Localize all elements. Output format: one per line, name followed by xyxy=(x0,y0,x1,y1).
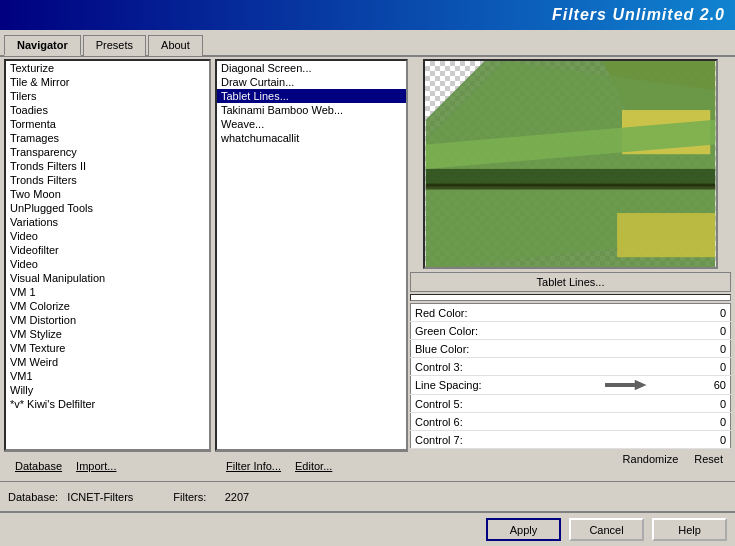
param-row-red: Red Color: 0 xyxy=(411,304,731,322)
sub-item-whatchumacallit[interactable]: whatchumacallit xyxy=(217,131,406,145)
filter-item-unplugged[interactable]: UnPlugged Tools xyxy=(6,201,209,215)
sub-item-diagonal-screen[interactable]: Diagonal Screen... xyxy=(217,61,406,75)
help-button[interactable]: Help xyxy=(652,518,727,541)
sub-item-weave[interactable]: Weave... xyxy=(217,117,406,131)
filter-item-tile-mirror[interactable]: Tile & Mirror xyxy=(6,75,209,89)
filter-item-two-moon[interactable]: Two Moon xyxy=(6,187,209,201)
param-slider-control7[interactable] xyxy=(556,431,696,449)
tab-about[interactable]: About xyxy=(148,35,203,56)
filter-item-kiwis[interactable]: *v* Kiwi's Delfilter xyxy=(6,397,209,411)
filter-list[interactable]: Texturize Tile & Mirror Tilers Toadies T… xyxy=(6,61,209,449)
param-row-line-spacing: Line Spacing: 60 xyxy=(411,376,731,395)
filter-item-tormenta[interactable]: Tormenta xyxy=(6,117,209,131)
filter-item-visual-manip[interactable]: Visual Manipulation xyxy=(6,271,209,285)
param-label-control3: Control 3: xyxy=(411,358,556,376)
param-slider-red[interactable] xyxy=(556,304,696,322)
svg-rect-4 xyxy=(617,213,715,257)
filter-item-vm-distortion[interactable]: VM Distortion xyxy=(6,313,209,327)
param-value-green: 0 xyxy=(696,322,731,340)
cancel-button[interactable]: Cancel xyxy=(569,518,644,541)
button-bar: Apply Cancel Help xyxy=(0,511,735,546)
database-button[interactable]: Database xyxy=(8,457,69,475)
status-filters: Filters: 2207 xyxy=(173,491,249,503)
filter-item-vm-weird[interactable]: VM Weird xyxy=(6,355,209,369)
sub-item-draw-curtain[interactable]: Draw Curtain... xyxy=(217,75,406,89)
filter-item-vm1[interactable]: VM 1 xyxy=(6,285,209,299)
filter-item-vm1b[interactable]: VM1 xyxy=(6,369,209,383)
filter-item-vm-stylize[interactable]: VM Stylize xyxy=(6,327,209,341)
editor-button[interactable]: Editor... xyxy=(288,457,339,475)
filter-item-tronds[interactable]: Tronds Filters xyxy=(6,173,209,187)
filter-item-willy[interactable]: Willy xyxy=(6,383,209,397)
param-row-control7: Control 7: 0 xyxy=(411,431,731,449)
param-label-line-spacing: Line Spacing: xyxy=(411,376,556,395)
right-panel: Tablet Lines... Red Color: 0 Green Color… xyxy=(410,57,735,481)
param-value-control6: 0 xyxy=(696,413,731,431)
database-label: Database: xyxy=(8,491,58,503)
reset-button[interactable]: Reset xyxy=(690,451,727,467)
param-slider-control6[interactable] xyxy=(556,413,696,431)
filter-item-video[interactable]: Video xyxy=(6,229,209,243)
param-slider-control5[interactable] xyxy=(556,395,696,413)
filter-item-toadies[interactable]: Toadies xyxy=(6,103,209,117)
param-label-control7: Control 7: xyxy=(411,431,556,449)
apply-button[interactable]: Apply xyxy=(486,518,561,541)
filter-item-vm-colorize[interactable]: VM Colorize xyxy=(6,299,209,313)
param-value-control5: 0 xyxy=(696,395,731,413)
sub-filter-list[interactable]: Diagonal Screen... Draw Curtain... Table… xyxy=(215,59,408,451)
filters-value: 2207 xyxy=(225,491,249,503)
param-row-blue: Blue Color: 0 xyxy=(411,340,731,358)
preview-container xyxy=(410,59,731,269)
middle-toolbar: Filter Info... Editor... xyxy=(215,451,408,479)
parameters-table: Red Color: 0 Green Color: 0 Blue Color: … xyxy=(410,303,731,449)
left-panel: Texturize Tile & Mirror Tilers Toadies T… xyxy=(0,57,215,481)
param-label-control5: Control 5: xyxy=(411,395,556,413)
filter-item-variations[interactable]: Variations xyxy=(6,215,209,229)
param-label-blue: Blue Color: xyxy=(411,340,556,358)
filter-item-video2[interactable]: Video xyxy=(6,257,209,271)
title-bar: Filters Unlimited 2.0 xyxy=(0,0,735,30)
right-bottom-toolbar: Randomize Reset xyxy=(410,449,731,469)
filter-item-vm-texture[interactable]: VM Texture xyxy=(6,341,209,355)
filter-item-tilers[interactable]: Tilers xyxy=(6,89,209,103)
filter-item-transparency[interactable]: Transparency xyxy=(6,145,209,159)
preview-area xyxy=(423,59,718,269)
param-slider-control3[interactable] xyxy=(556,358,696,376)
filter-item-videofilter[interactable]: Videofilter xyxy=(6,243,209,257)
param-row-control3: Control 3: 0 xyxy=(411,358,731,376)
param-label-control6: Control 6: xyxy=(411,413,556,431)
sub-list-panel: Diagonal Screen... Draw Curtain... Table… xyxy=(215,57,410,481)
sub-item-takinami[interactable]: Takinami Bamboo Web... xyxy=(217,103,406,117)
status-database: Database: ICNET-Filters xyxy=(8,491,133,503)
main-content: Texturize Tile & Mirror Tilers Toadies T… xyxy=(0,57,735,481)
filter-item-texturize[interactable]: Texturize xyxy=(6,61,209,75)
randomize-button[interactable]: Randomize xyxy=(619,451,683,467)
svg-rect-7 xyxy=(426,184,715,190)
app-title: Filters Unlimited 2.0 xyxy=(552,6,725,24)
filter-name-display: Tablet Lines... xyxy=(410,272,731,292)
tab-presets[interactable]: Presets xyxy=(83,35,146,56)
status-bar: Database: ICNET-Filters Filters: 2207 xyxy=(0,481,735,511)
filters-label: Filters: xyxy=(173,491,206,503)
tab-bar: Navigator Presets About xyxy=(0,30,735,57)
progress-bar xyxy=(410,294,731,301)
param-label-red: Red Color: xyxy=(411,304,556,322)
param-value-control7: 0 xyxy=(696,431,731,449)
preview-image xyxy=(425,61,716,267)
param-label-green: Green Color: xyxy=(411,322,556,340)
param-row-green: Green Color: 0 xyxy=(411,322,731,340)
param-value-blue: 0 xyxy=(696,340,731,358)
tab-navigator[interactable]: Navigator xyxy=(4,35,81,56)
import-button[interactable]: Import... xyxy=(69,457,123,475)
filter-item-tronds-ii[interactable]: Tronds Filters II xyxy=(6,159,209,173)
filter-item-tramages[interactable]: Tramages xyxy=(6,131,209,145)
param-value-line-spacing: 60 xyxy=(696,376,731,395)
sub-item-tablet-lines[interactable]: Tablet Lines... xyxy=(217,89,406,103)
app-window: Filters Unlimited 2.0 Navigator Presets … xyxy=(0,0,735,546)
param-slider-green[interactable] xyxy=(556,322,696,340)
param-slider-line-spacing[interactable] xyxy=(556,376,696,395)
param-row-control5: Control 5: 0 xyxy=(411,395,731,413)
param-slider-blue[interactable] xyxy=(556,340,696,358)
param-value-red: 0 xyxy=(696,304,731,322)
filter-info-button[interactable]: Filter Info... xyxy=(219,457,288,475)
